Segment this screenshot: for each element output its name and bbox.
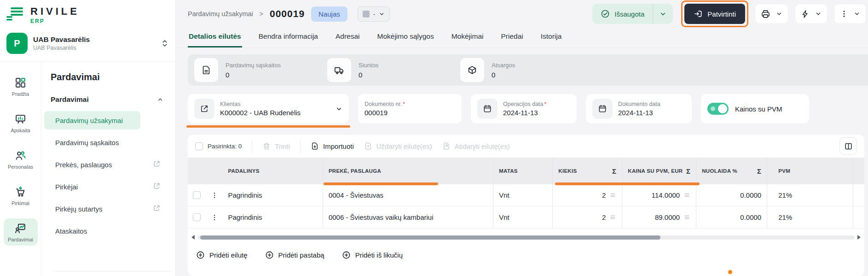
summary-value: 0	[359, 71, 378, 79]
toolbar-divider	[252, 140, 252, 152]
summary-card-atsargos[interactable]: Atsargos 0	[460, 58, 564, 82]
table-row[interactable]: Pagrindinis 0004 - Šviestuvas Vnt 2 114.…	[188, 184, 864, 206]
calendar-icon	[592, 99, 613, 119]
sidebar-item-pirkejai[interactable]: Pirkėjai	[44, 177, 140, 196]
tab-priedai[interactable]: Priedai	[500, 28, 524, 47]
cell-kaina[interactable]: 89.0000	[622, 206, 696, 228]
more-menu-button[interactable]	[834, 4, 866, 24]
tab-mokejimai[interactable]: Mokėjimai	[451, 28, 485, 47]
row-menu-icon[interactable]	[206, 214, 223, 221]
rail-item-apskaita[interactable]: Apskaita	[4, 109, 38, 136]
tab-detalios-eilutes[interactable]: Detalios eilutės	[188, 28, 242, 47]
rail-item-pirkimai[interactable]: Pirkimai	[4, 182, 38, 209]
document-icon	[194, 58, 218, 82]
open-rows-button[interactable]: Atidaryti eilutę(es)	[442, 142, 510, 150]
field-label: Klientas	[220, 101, 301, 107]
scrollbar-thumb[interactable]	[200, 235, 660, 240]
tab-istorija[interactable]: Istorija	[540, 28, 563, 47]
cell-extra	[853, 184, 864, 206]
operacijos-data-field[interactable]: Operacijos data* 2024-11-13	[471, 94, 577, 123]
tab-adresai[interactable]: Adresai	[335, 28, 361, 47]
breadcrumb[interactable]: Pardavimų užsakymai	[188, 10, 253, 18]
column-header-padalinys[interactable]: PADALINYS	[222, 168, 322, 174]
column-header-kaina[interactable]: KAINA SU PVM, EURΣ	[622, 158, 696, 184]
summary-card-siuntos[interactable]: Siuntos 0	[327, 58, 431, 82]
klientas-field[interactable]: Klientas K000002 - UAB Rudenėlis	[188, 94, 349, 123]
sidebar-item-ataskaitos[interactable]: Ataskaitos	[44, 222, 140, 240]
plus-circle-icon	[265, 251, 274, 259]
scroll-left-arrow[interactable]	[191, 235, 195, 240]
field-label: Dokumento data	[618, 101, 660, 107]
cell-menu-icon[interactable]	[609, 214, 616, 221]
column-header-nuolaida[interactable]: NUOLAIDA %Σ	[696, 158, 767, 184]
scroll-right-arrow[interactable]	[857, 235, 861, 240]
module-rail: Pradžia Apskaita	[0, 62, 41, 276]
dokumento-data-field[interactable]: Dokumento data 2024-11-13	[586, 94, 692, 123]
select-all-checkbox[interactable]	[195, 142, 203, 150]
sidebar-item-pardavimu-uzsakymai[interactable]: Pardavimų užsakymai	[44, 111, 140, 129]
table-row[interactable]: Pagrindinis 0006 - Šviestuvas vaikų kamb…	[188, 206, 864, 229]
sum-icon[interactable]: Σ	[757, 167, 761, 175]
cell-kiekis[interactable]: 2	[552, 184, 622, 206]
toolbar-divider	[300, 140, 301, 152]
add-from-stock-button[interactable]: Pridėti iš likučių	[342, 251, 403, 259]
import-button[interactable]: Importuoti	[311, 142, 354, 150]
column-settings-button[interactable]	[839, 137, 857, 155]
saved-dropdown-button[interactable]	[653, 4, 673, 24]
sum-icon[interactable]: Σ	[612, 167, 616, 175]
cell-menu-icon[interactable]	[609, 192, 616, 199]
cell-padalinys: Pagrindinis	[222, 191, 322, 199]
rail-item-pardavimai[interactable]: Pardavimai	[4, 218, 38, 246]
menu-section-pardavimai[interactable]: Pardavimai	[51, 95, 163, 104]
rail-item-personalas[interactable]: Personalas	[4, 146, 38, 173]
column-header-matas[interactable]: MATAS	[493, 158, 552, 184]
sidebar-item-prekes-paslaugos[interactable]: Prekės, paslaugos	[44, 155, 140, 174]
kebab-icon	[840, 10, 848, 18]
color-status-select[interactable]: -	[358, 6, 390, 22]
delete-rows-button[interactable]: Trinti	[262, 142, 290, 150]
company-switcher[interactable]: P UAB Pavasarėlis UAB Pavasarėlis	[0, 27, 175, 61]
rail-item-pradzia[interactable]: Pradžia	[4, 73, 38, 100]
brand-name: RIVILE	[30, 6, 80, 17]
actions-menu-button[interactable]	[795, 4, 827, 24]
sidebar-item-label: Pardavimų sąskaitos	[55, 139, 119, 147]
required-asterisk: *	[403, 101, 405, 107]
import-icon	[311, 142, 319, 150]
menu-burger-icon[interactable]	[6, 6, 24, 21]
cell-kiekis[interactable]: 2	[552, 206, 622, 228]
row-checkbox[interactable]	[193, 191, 201, 199]
chevron-down-icon[interactable]	[336, 106, 342, 112]
company-updown-icon[interactable]	[161, 39, 169, 48]
column-header-kiekis[interactable]: KIEKISΣ	[552, 158, 622, 184]
sidebar-item-pirkeju-sutartys[interactable]: Pirkėjų sutartys	[44, 200, 140, 218]
summary-strip: Pardavimų sąskaitos 0 Siuntos 0	[188, 54, 868, 86]
confirm-button[interactable]: Patvirtinti	[684, 4, 745, 24]
cell-matas: Vnt	[493, 206, 552, 228]
breadcrumb-separator: >	[260, 10, 263, 18]
tab-bendra-informacija[interactable]: Bendra informacija	[258, 28, 319, 47]
sidebar-item-pardavimu-saskaitos[interactable]: Pardavimų sąskaitos	[44, 133, 140, 152]
brand-logo[interactable]: RIVILE ERP	[30, 6, 80, 24]
tab-mokejimo-salygos[interactable]: Mokėjimo sąlygos	[376, 28, 435, 47]
page-header: Pardavimų užsakymai > 000019 Naujas - Iš…	[176, 0, 868, 28]
dokumento-nr-field[interactable]: Dokumento nr.* 000019	[358, 94, 462, 123]
saved-button[interactable]: Išsaugota	[592, 4, 653, 24]
summary-card-pardavimu-saskaitos[interactable]: Pardavimų sąskaitos 0	[194, 58, 298, 82]
cell-menu-icon[interactable]	[683, 192, 690, 199]
field-label: Dokumento nr.*	[365, 101, 405, 107]
row-checkbox[interactable]	[193, 213, 201, 221]
kainos-su-pvm-toggle[interactable]	[707, 103, 729, 115]
chevron-down-icon	[379, 11, 385, 17]
scrollbar-track[interactable]	[197, 235, 855, 240]
chevron-down-icon	[776, 11, 782, 17]
cell-menu-icon[interactable]	[683, 214, 690, 221]
sum-icon[interactable]: Σ	[686, 167, 690, 175]
add-note-button[interactable]: Pridėti pastabą	[265, 251, 324, 259]
column-header-pvm[interactable]: PVM	[767, 158, 853, 184]
close-rows-button[interactable]: Uždaryti eilutę(es)	[364, 142, 432, 150]
row-menu-icon[interactable]	[206, 192, 223, 199]
cell-kaina[interactable]: 114.0000	[622, 184, 696, 206]
column-header-preke[interactable]: PREKĖ, PASLAUGA	[323, 158, 493, 184]
print-menu-button[interactable]	[755, 4, 788, 24]
add-row-button[interactable]: Pridėti eilutę	[196, 251, 248, 259]
